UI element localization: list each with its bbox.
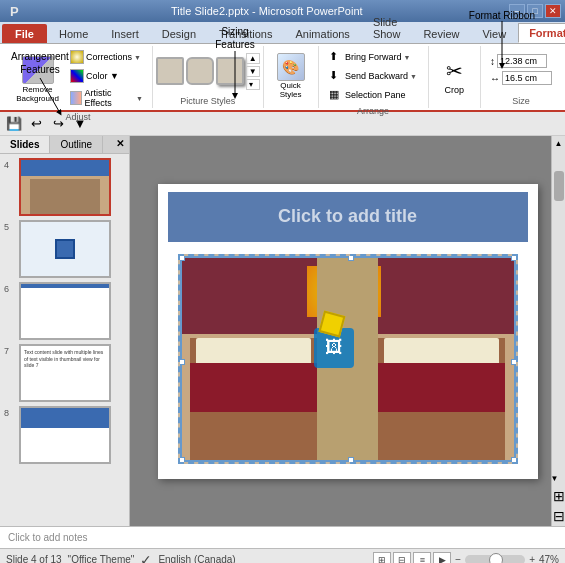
tab-format[interactable]: Format bbox=[518, 23, 565, 43]
slide-thumb-8[interactable]: 8 bbox=[4, 406, 125, 464]
width-input[interactable] bbox=[502, 71, 552, 85]
width-icon: ↔ bbox=[490, 73, 500, 84]
close-button[interactable]: ✕ bbox=[545, 4, 561, 18]
normal-view-button[interactable]: ⊞ bbox=[373, 552, 391, 564]
bed-left bbox=[190, 338, 318, 462]
tab-file[interactable]: File bbox=[2, 24, 47, 43]
slide-image-7[interactable]: Text content slide with multiple lines o… bbox=[19, 344, 111, 402]
scroll-thumb[interactable] bbox=[554, 171, 564, 201]
tab-animations[interactable]: Animations bbox=[284, 24, 360, 43]
tab-outline[interactable]: Outline bbox=[50, 136, 103, 153]
color-label: Color ▼ bbox=[86, 71, 119, 81]
sidebar-close-button[interactable]: ✕ bbox=[111, 136, 129, 153]
zoom-plus[interactable]: + bbox=[529, 554, 535, 563]
overlay-icon: 🖼 bbox=[325, 337, 343, 358]
selection-pane-label: Selection Pane bbox=[345, 90, 406, 100]
zoom-slider-thumb[interactable] bbox=[489, 553, 503, 564]
tab-design[interactable]: Design bbox=[151, 24, 207, 43]
style-thumb-3[interactable] bbox=[216, 57, 244, 85]
slide-thumb-4[interactable]: 4 bbox=[4, 158, 125, 216]
slide-info: Slide 4 of 13 bbox=[6, 554, 62, 563]
corrections-arrow: ▼ bbox=[134, 54, 141, 61]
send-backward-label: Send Backward bbox=[345, 71, 408, 81]
slide-image-5[interactable] bbox=[19, 220, 111, 278]
notes-area[interactable]: Click to add notes bbox=[0, 526, 565, 548]
scroll-up-arrow[interactable]: ▲ bbox=[555, 136, 563, 151]
adjust-group-content: RemoveBackground Corrections ▼ Color ▼ A… bbox=[10, 48, 146, 110]
tab-insert[interactable]: Insert bbox=[100, 24, 150, 43]
bedding-left bbox=[190, 363, 318, 412]
remove-bg-label: RemoveBackground bbox=[16, 85, 59, 103]
color-button[interactable]: Color ▼ bbox=[67, 67, 146, 85]
undo-button[interactable]: ↩ bbox=[26, 114, 46, 134]
quick-styles-icon: 🎨 bbox=[277, 53, 305, 81]
window-controls[interactable]: ─ □ ✕ bbox=[509, 4, 561, 18]
slide-number-7: 7 bbox=[4, 344, 16, 356]
slide-image-6[interactable] bbox=[19, 282, 111, 340]
slide-number-8: 8 bbox=[4, 406, 16, 418]
slide-number-4: 4 bbox=[4, 158, 16, 170]
style-scroll-up[interactable]: ▲ bbox=[246, 53, 260, 64]
tab-transitions[interactable]: Transitions bbox=[208, 24, 283, 43]
quick-styles-content: 🎨 QuickStyles bbox=[270, 48, 312, 104]
slide-title-area[interactable]: Click to add title bbox=[168, 192, 528, 242]
remove-bg-icon bbox=[22, 56, 54, 84]
tab-home[interactable]: Home bbox=[48, 24, 99, 43]
send-backward-icon: ⬇ bbox=[329, 69, 343, 83]
view-buttons: ⊞ ⊟ ≡ ▶ bbox=[373, 552, 451, 564]
slide-thumb-6[interactable]: 6 bbox=[4, 282, 125, 340]
ribbon-group-arrange: ⬆ Bring Forward ▼ ⬇ Send Backward ▼ ▦ Se… bbox=[319, 46, 429, 108]
slide-image-4[interactable] bbox=[19, 158, 111, 216]
artistic-label: Artistic Effects bbox=[84, 88, 134, 108]
spellcheck-icon[interactable]: ✓ bbox=[140, 552, 152, 564]
slide-canvas[interactable]: Click to add title bbox=[158, 184, 538, 479]
expand-button[interactable]: ⊞ bbox=[551, 486, 566, 506]
slide-number-5: 5 bbox=[4, 220, 16, 232]
selection-pane-icon: ▦ bbox=[329, 88, 343, 102]
bring-forward-button[interactable]: ⬆ Bring Forward ▼ bbox=[326, 48, 420, 66]
arrange-content: ⬆ Bring Forward ▼ ⬇ Send Backward ▼ ▦ Se… bbox=[326, 48, 420, 104]
height-row: ↕ bbox=[490, 54, 552, 68]
selection-pane-button[interactable]: ▦ Selection Pane bbox=[326, 86, 420, 104]
tab-view[interactable]: View bbox=[471, 24, 517, 43]
style-thumb-1[interactable] bbox=[156, 57, 184, 85]
corrections-button[interactable]: Corrections ▼ bbox=[67, 48, 146, 66]
style-scroll-down[interactable]: ▼ bbox=[246, 66, 260, 77]
adjust-options: Corrections ▼ Color ▼ Artistic Effects ▼ bbox=[67, 48, 146, 110]
send-backward-arrow: ▼ bbox=[410, 73, 417, 80]
slideshow-button[interactable]: ▶ bbox=[433, 552, 451, 564]
crop-button[interactable]: ✂ Crop bbox=[433, 54, 475, 98]
slide-image-8[interactable] bbox=[19, 406, 111, 464]
app-icon: P bbox=[4, 4, 25, 19]
slide-thumb-5[interactable]: 5 bbox=[4, 220, 125, 278]
bring-forward-arrow: ▼ bbox=[404, 54, 411, 61]
tab-slides[interactable]: Slides bbox=[0, 136, 50, 153]
minimize-button[interactable]: ─ bbox=[509, 4, 525, 18]
zoom-level: 47% bbox=[539, 554, 559, 563]
hotel-room-image: 🖼 bbox=[180, 256, 516, 462]
maximize-button[interactable]: □ bbox=[527, 4, 543, 18]
style-more[interactable]: ▾ bbox=[246, 79, 260, 90]
save-button[interactable]: 💾 bbox=[4, 114, 24, 134]
scroll-down-arrow[interactable]: ▼ bbox=[551, 471, 566, 486]
ribbon-group-size: ↕ ↔ Size bbox=[481, 46, 561, 108]
tab-review[interactable]: Review bbox=[412, 24, 470, 43]
vertical-scrollbar: ▲ ▼ ⊞ ⊟ bbox=[551, 136, 565, 526]
zoom-minus[interactable]: − bbox=[455, 554, 461, 563]
artistic-effects-button[interactable]: Artistic Effects ▼ bbox=[67, 86, 146, 110]
zoom-slider[interactable] bbox=[465, 555, 525, 564]
slide-image-area[interactable]: 🖼 bbox=[178, 254, 518, 464]
slide-sorter-button[interactable]: ⊟ bbox=[393, 552, 411, 564]
send-backward-button[interactable]: ⬇ Send Backward ▼ bbox=[326, 67, 420, 85]
bring-forward-icon: ⬆ bbox=[329, 50, 343, 64]
remove-background-button[interactable]: RemoveBackground bbox=[10, 54, 65, 105]
reading-view-button[interactable]: ≡ bbox=[413, 552, 431, 564]
tab-slideshow[interactable]: Slide Show bbox=[362, 12, 412, 43]
slide-thumb-7[interactable]: 7 Text content slide with multiple lines… bbox=[4, 344, 125, 402]
quick-styles-button[interactable]: 🎨 QuickStyles bbox=[270, 50, 312, 102]
fit-button[interactable]: ⊟ bbox=[551, 506, 566, 526]
style-thumb-2[interactable] bbox=[186, 57, 214, 85]
bedding-right bbox=[378, 363, 506, 412]
color-icon bbox=[70, 69, 84, 83]
height-input[interactable] bbox=[497, 54, 547, 68]
